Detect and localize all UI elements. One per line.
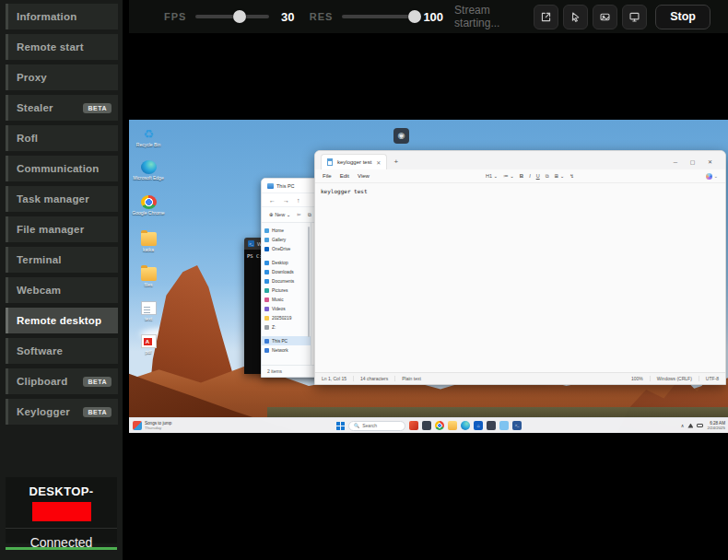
taskbar-app-notepad[interactable] bbox=[499, 421, 509, 430]
fps-slider[interactable] bbox=[195, 15, 269, 18]
bold-icon[interactable]: B bbox=[520, 173, 523, 179]
edge-icon bbox=[141, 160, 157, 174]
copilot-button[interactable]: ⌄ bbox=[706, 173, 718, 180]
explorer-item-onedrive[interactable]: OneDrive bbox=[262, 244, 311, 253]
cut-icon[interactable]: ✂ bbox=[297, 212, 301, 217]
explorer-item-gallery[interactable]: Gallery bbox=[262, 235, 311, 244]
taskbar-app-store[interactable]: ⌂ bbox=[474, 421, 483, 430]
taskbar-search[interactable]: 🔍 Search bbox=[348, 421, 405, 431]
stop-button[interactable]: Stop bbox=[655, 5, 710, 29]
taskbar-app-red[interactable] bbox=[409, 421, 418, 430]
sidebar-item-stealer[interactable]: StealerBETA bbox=[6, 95, 118, 121]
taskbar-app-phone-link[interactable] bbox=[422, 421, 431, 430]
pointer-control-button[interactable] bbox=[563, 5, 588, 29]
sidebar-item-information[interactable]: Information bbox=[6, 4, 118, 29]
desktop-icon-folder[interactable]: files bbox=[132, 265, 165, 287]
taskbar-clock[interactable]: 6:28 AM 2/24/2025 bbox=[707, 421, 725, 430]
desktop-icon-document[interactable]: text bbox=[132, 300, 165, 321]
heading-dropdown[interactable]: H1 ⌄ bbox=[486, 173, 498, 179]
list-dropdown[interactable]: ≔ ⌄ bbox=[503, 173, 514, 179]
explorer-item-documents[interactable]: Documents bbox=[262, 276, 311, 286]
explorer-item-z-drive[interactable]: Z: bbox=[262, 322, 311, 332]
underline-icon[interactable]: U bbox=[536, 173, 540, 179]
monitor-button[interactable] bbox=[622, 5, 647, 29]
fps-slider-thumb[interactable] bbox=[233, 10, 246, 23]
desktop-icon-edge[interactable]: Microsoft Edge bbox=[132, 160, 165, 181]
folder-icon bbox=[141, 232, 157, 246]
notepad-window-controls[interactable]: ─ ▢ ✕ bbox=[674, 158, 720, 165]
explorer-item-desktop[interactable]: Desktop bbox=[262, 258, 311, 267]
explorer-item-videos[interactable]: Videos bbox=[262, 304, 311, 313]
desktop-icon-recycle-bin[interactable]: ♻ Recycle Bin bbox=[132, 127, 165, 147]
explorer-item-this-pc[interactable]: This PC bbox=[262, 336, 311, 345]
sidebar-item-keylogger[interactable]: KeyloggerBETA bbox=[6, 399, 118, 425]
remote-stream-viewport[interactable]: ♻ Recycle Bin Microsoft Edge Google Chro… bbox=[129, 33, 728, 560]
line-ending: Windows (CRLF) bbox=[651, 376, 699, 381]
link-icon[interactable]: ⧉ bbox=[546, 173, 549, 180]
tray-expand-icon[interactable]: ∧ bbox=[681, 423, 685, 428]
explorer-item-label: Z: bbox=[272, 325, 276, 330]
new-button[interactable]: ⊕ New ⌄ bbox=[269, 212, 290, 217]
notepad-window[interactable]: keylogger test ✕ + ─ ▢ ✕ File Edit View … bbox=[314, 150, 726, 385]
italic-icon[interactable]: I bbox=[529, 173, 531, 179]
taskbar-app-camera[interactable] bbox=[487, 421, 496, 430]
explorer-item-home[interactable]: Home bbox=[262, 226, 311, 235]
desktop-icon-chrome[interactable]: Google Chrome bbox=[132, 195, 165, 216]
menu-edit[interactable]: Edit bbox=[340, 173, 349, 179]
widgets-button[interactable]: Songs to jump Thursday bbox=[129, 421, 267, 430]
notepad-editor[interactable]: keylogger test bbox=[315, 183, 725, 372]
taskbar-app-edge[interactable] bbox=[461, 421, 470, 430]
wifi-icon[interactable] bbox=[687, 424, 693, 428]
menu-view[interactable]: View bbox=[358, 173, 370, 179]
sidebar-item-proxy[interactable]: Proxy bbox=[6, 64, 118, 90]
desktop-icon-folder-katka[interactable]: katka bbox=[132, 230, 165, 252]
menu-file[interactable]: File bbox=[323, 173, 332, 179]
start-button[interactable] bbox=[336, 422, 345, 430]
desktop-icon-label: Recycle Bin bbox=[132, 142, 165, 147]
sidebar-item-file-manager[interactable]: File manager bbox=[6, 216, 118, 242]
sidebar-item-communication[interactable]: Communication bbox=[6, 156, 118, 181]
screenshot-button[interactable] bbox=[593, 5, 617, 29]
this-pc-icon bbox=[264, 339, 269, 344]
explorer-item-dated-folder[interactable]: 20250219 bbox=[262, 313, 311, 322]
sidebar-item-remote-desktop[interactable]: Remote desktop bbox=[6, 308, 118, 333]
remote-desktop-screen[interactable]: ♻ Recycle Bin Microsoft Edge Google Chro… bbox=[129, 120, 728, 433]
lightning-icon[interactable]: ↯ bbox=[569, 173, 574, 179]
taskbar-app-terminal[interactable]: >_ bbox=[512, 421, 522, 430]
taskbar-app-chrome[interactable] bbox=[435, 421, 444, 430]
back-icon[interactable]: ← bbox=[269, 197, 276, 204]
new-tab-button[interactable]: + bbox=[393, 158, 398, 166]
explorer-item-network[interactable]: Network bbox=[262, 345, 311, 355]
zoom-level[interactable]: 100% bbox=[625, 376, 651, 381]
res-slider[interactable] bbox=[342, 15, 414, 18]
taskbar-app-file-explorer[interactable] bbox=[448, 421, 457, 430]
open-external-button[interactable] bbox=[534, 5, 558, 29]
sidebar-item-task-manager[interactable]: Task manager bbox=[6, 186, 118, 212]
drive-icon bbox=[264, 325, 269, 330]
notepad-text: keylogger test bbox=[321, 188, 368, 194]
desktop-icon-pdf[interactable]: pdf bbox=[132, 333, 165, 355]
explorer-item-pictures[interactable]: Pictures bbox=[262, 286, 311, 295]
stream-toolbar: FPS 30 RES 100 Stream starting... bbox=[129, 0, 728, 33]
explorer-item-music[interactable]: Music bbox=[262, 295, 311, 304]
explorer-item-label: Downloads bbox=[272, 270, 294, 274]
sidebar-item-remote-start[interactable]: Remote start bbox=[6, 34, 118, 60]
table-dropdown[interactable]: ⊞ ⌄ bbox=[555, 173, 565, 179]
forward-icon[interactable]: → bbox=[283, 197, 289, 204]
copy-icon[interactable]: ⧉ bbox=[308, 212, 311, 218]
sidebar-item-webcam[interactable]: Webcam bbox=[6, 277, 118, 303]
notepad-tab[interactable]: keylogger test ✕ bbox=[321, 154, 387, 169]
res-slider-thumb[interactable] bbox=[408, 10, 421, 23]
explorer-scrollbar[interactable] bbox=[308, 227, 310, 337]
sidebar-item-clipboard[interactable]: ClipboardBETA bbox=[6, 368, 118, 394]
widget-text: Songs to jump Thursday bbox=[145, 421, 171, 430]
sidebar-item-rofl[interactable]: Rofl bbox=[6, 125, 118, 151]
explorer-item-downloads[interactable]: Downloads bbox=[262, 267, 311, 276]
desktop-folder-icon bbox=[264, 261, 269, 265]
battery-icon[interactable] bbox=[697, 424, 703, 427]
sidebar-item-terminal[interactable]: Terminal bbox=[6, 247, 118, 273]
tab-close-icon[interactable]: ✕ bbox=[376, 159, 381, 166]
sidebar-item-software[interactable]: Software bbox=[6, 338, 118, 364]
up-icon[interactable]: ↑ bbox=[297, 197, 300, 204]
camera-indicator-icon: ◉ bbox=[393, 128, 409, 144]
